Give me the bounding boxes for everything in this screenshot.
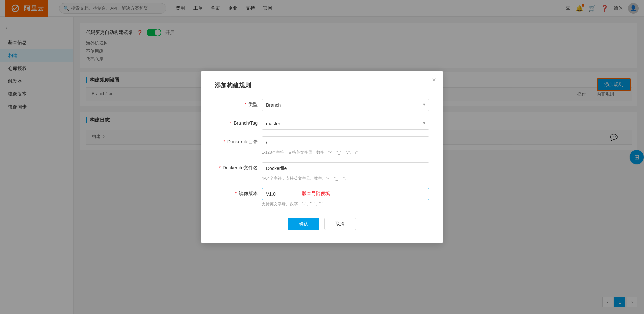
modal-title: 添加构建规则	[215, 81, 429, 89]
form-row-dockerfile-dir: * Dockerfile目录 1-128个字符，支持英文字母、数字、"-"、"_…	[215, 136, 429, 155]
version-input-wrap: 版本号随便填	[262, 188, 429, 200]
dockerfile-name-input[interactable]	[262, 162, 429, 174]
dockerfile-dir-hint: 1-128个字符，支持英文字母、数字、"-"、"_"、"."、"/"	[262, 150, 429, 155]
image-version-input[interactable]	[262, 188, 429, 200]
form-row-type: * 类型 Branch Tag	[215, 99, 429, 111]
type-select-wrap: Branch Tag	[262, 99, 429, 111]
dockerfile-name-hint: 4-64个字符，支持英文字母、数字、"-"、"_"、"."	[262, 176, 429, 181]
image-version-control-wrap: 版本号随便填 支持英文字母、数字、"-"、"_"、"."	[262, 188, 429, 207]
branch-tag-select[interactable]: master develop release	[262, 118, 429, 130]
type-control-wrap: Branch Tag	[262, 99, 429, 111]
branch-tag-select-wrap: master develop release	[262, 118, 429, 130]
form-label-branch-tag: * Branch/Tag	[215, 118, 262, 126]
add-rule-modal: 添加构建规则 × * 类型 Branch Tag * Branch/Tag	[201, 71, 443, 243]
modal-footer: 确认 取消	[215, 218, 429, 230]
form-label-image-version: * 镜像版本	[215, 188, 262, 197]
dockerfile-name-control-wrap: 4-64个字符，支持英文字母、数字、"-"、"_"、"."	[262, 162, 429, 181]
modal-overlay: 添加构建规则 × * 类型 Branch Tag * Branch/Tag	[0, 0, 644, 314]
dockerfile-dir-input[interactable]	[262, 136, 429, 148]
form-row-image-version: * 镜像版本 版本号随便填 支持英文字母、数字、"-"、"_"、"."	[215, 188, 429, 207]
form-row-branch-tag: * Branch/Tag master develop release	[215, 118, 429, 130]
form-label-dockerfile-dir: * Dockerfile目录	[215, 136, 262, 145]
form-row-dockerfile-name: * Dockerfile文件名 4-64个字符，支持英文字母、数字、"-"、"_…	[215, 162, 429, 181]
cancel-button[interactable]: 取消	[324, 218, 356, 230]
branch-tag-control-wrap: master develop release	[262, 118, 429, 130]
dockerfile-dir-control-wrap: 1-128个字符，支持英文字母、数字、"-"、"_"、"."、"/"	[262, 136, 429, 155]
modal-close-button[interactable]: ×	[432, 76, 436, 84]
type-select[interactable]: Branch Tag	[262, 99, 429, 111]
form-label-dockerfile-name: * Dockerfile文件名	[215, 162, 262, 171]
form-label-type: * 类型	[215, 99, 262, 108]
image-version-hint: 支持英文字母、数字、"-"、"_"、"."	[262, 201, 429, 207]
confirm-button[interactable]: 确认	[288, 218, 319, 230]
